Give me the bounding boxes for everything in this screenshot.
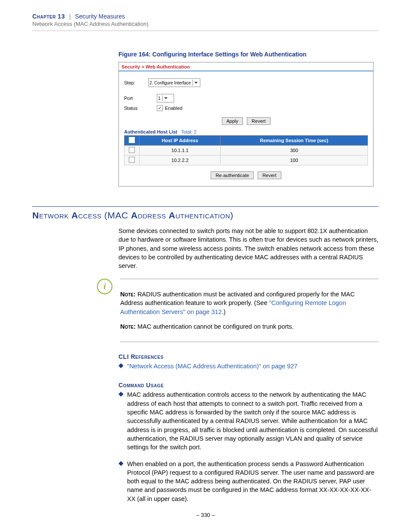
link-cli-network-access[interactable]: "Network Access (MAC Address Authenticat…	[127, 363, 298, 370]
select-all-checkbox[interactable]	[129, 137, 135, 143]
header-subtitle: Network Access (MAC Address Authenticati…	[32, 21, 379, 27]
host-list-table: Host IP Address Remaining Session Time (…	[124, 135, 368, 165]
reauthenticate-button[interactable]: Re-authenticate	[211, 171, 254, 179]
status-checkbox[interactable]: ✓	[157, 105, 163, 111]
figure-breadcrumb: Security > Web Authentication	[121, 64, 190, 69]
list-item: MAC address authentication controls acce…	[118, 390, 379, 451]
page-number: – 330 –	[32, 512, 379, 518]
table-row: 10.2.2.2 100	[125, 156, 368, 165]
revert-button[interactable]: Revert	[247, 117, 270, 125]
page-header: Chapter 13 | Security Measures Network A…	[32, 13, 379, 31]
col-host-ip: Host IP Address	[140, 136, 221, 146]
info-icon: i	[97, 279, 112, 294]
chapter-number: Chapter 13	[32, 13, 65, 20]
revert-button-2[interactable]: Revert	[258, 171, 281, 179]
note-block: Note: RADIUS authentication must be acti…	[120, 279, 379, 342]
figure-164: Security > Web Authentication Step: 2. C…	[118, 62, 374, 187]
section-para-1: Some devices connected to switch ports m…	[118, 227, 379, 270]
status-value: Enabled	[165, 106, 182, 111]
port-label: Port	[124, 96, 148, 101]
host-list-label: Authenticated Host List	[124, 129, 177, 134]
list-item: When enabled on a port, the authenticati…	[118, 460, 379, 503]
chevron-down-icon	[193, 80, 199, 86]
figure-caption: Figure 164: Configuring Interface Settin…	[118, 51, 379, 58]
cli-references-heading: CLI References	[118, 353, 379, 360]
row-checkbox[interactable]	[129, 157, 135, 163]
step-label: Step:	[124, 80, 148, 85]
apply-button[interactable]: Apply	[222, 117, 243, 125]
step-select[interactable]: 2. Configure Interface	[148, 78, 200, 87]
section-heading: Network Access (MAC Address Authenticati…	[32, 210, 379, 221]
status-label: Status	[124, 106, 148, 111]
row-checkbox[interactable]	[129, 147, 135, 153]
chevron-down-icon	[162, 95, 169, 101]
command-usage-heading: Command Usage	[118, 382, 379, 389]
table-row: 10.1.1.1 300	[125, 146, 368, 156]
col-session-time: Remaining Session Time (sec)	[221, 136, 368, 146]
chapter-title: Security Measures	[75, 13, 125, 20]
port-select[interactable]: 1	[157, 94, 174, 103]
